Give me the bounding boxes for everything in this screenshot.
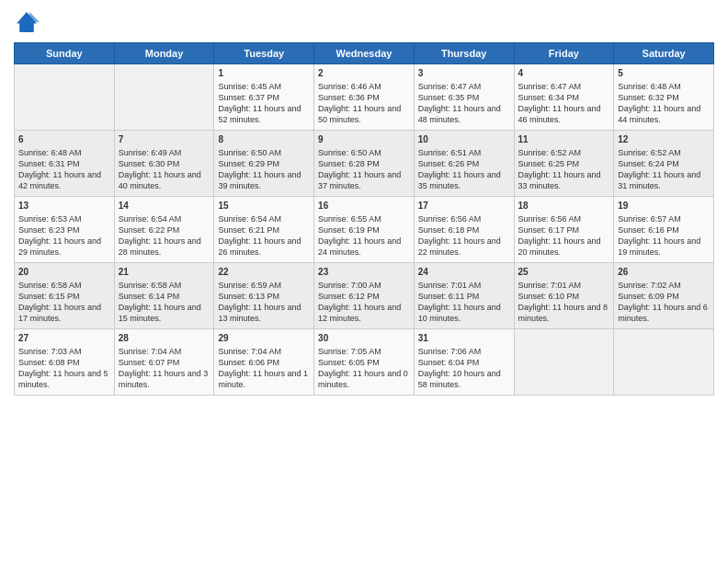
day-info: Sunset: 6:04 PM [418,357,510,368]
day-cell: 30Sunrise: 7:05 AMSunset: 6:05 PMDayligh… [314,329,415,396]
day-info: Sunset: 6:34 PM [518,92,610,103]
day-info: Sunrise: 7:01 AM [518,280,610,291]
day-cell: 22Sunrise: 6:59 AMSunset: 6:13 PMDayligh… [214,263,314,329]
day-info: Sunrise: 7:04 AM [119,346,210,357]
day-number: 9 [318,133,410,146]
day-info: Sunset: 6:14 PM [119,291,210,302]
day-info: Sunset: 6:06 PM [218,357,310,368]
day-header-wednesday: Wednesday [314,43,415,64]
day-info: Sunset: 6:13 PM [218,291,310,302]
day-info: Daylight: 11 hours and 1 minute. [218,368,310,390]
day-cell: 7Sunrise: 6:49 AMSunset: 6:30 PMDaylight… [114,131,214,197]
day-number: 21 [119,266,210,279]
day-info: Sunset: 6:19 PM [318,224,410,236]
day-number: 25 [518,266,610,279]
day-info: Sunrise: 6:51 AM [418,147,510,158]
day-info: Daylight: 11 hours and 10 minutes. [418,302,510,324]
day-info: Sunrise: 6:53 AM [18,213,110,224]
day-info: Daylight: 11 hours and 0 minutes. [318,368,410,390]
day-cell: 10Sunrise: 6:51 AMSunset: 6:26 PMDayligh… [414,131,514,197]
day-info: Sunrise: 7:03 AM [18,346,110,357]
day-cell: 1Sunrise: 6:45 AMSunset: 6:37 PMDaylight… [214,64,314,131]
day-cell: 29Sunrise: 7:04 AMSunset: 6:06 PMDayligh… [214,329,314,396]
day-info: Sunset: 6:26 PM [418,158,510,169]
week-row-3: 13Sunrise: 6:53 AMSunset: 6:23 PMDayligh… [15,197,714,263]
day-info: Sunset: 6:16 PM [618,224,710,236]
header [14,9,714,35]
day-number: 27 [18,332,110,345]
day-info: Daylight: 11 hours and 50 minutes. [318,103,410,125]
day-number: 12 [618,133,710,146]
day-info: Daylight: 11 hours and 6 minutes. [618,302,710,324]
day-number: 7 [119,133,210,146]
day-info: Daylight: 10 hours and 58 minutes. [418,368,510,390]
day-info: Sunrise: 6:55 AM [318,213,410,224]
day-cell: 9Sunrise: 6:50 AMSunset: 6:28 PMDaylight… [314,131,415,197]
day-cell: 18Sunrise: 6:56 AMSunset: 6:17 PMDayligh… [514,197,614,263]
day-number: 30 [318,332,410,345]
day-info: Daylight: 11 hours and 48 minutes. [418,103,510,125]
day-info: Daylight: 11 hours and 19 minutes. [618,236,710,258]
svg-marker-1 [29,12,40,22]
calendar-table: SundayMondayTuesdayWednesdayThursdayFrid… [14,42,714,396]
day-cell: 31Sunrise: 7:06 AMSunset: 6:04 PMDayligh… [414,329,514,396]
day-info: Daylight: 11 hours and 3 minutes. [119,368,210,390]
day-info: Sunset: 6:12 PM [318,291,410,302]
day-number: 16 [318,200,410,213]
day-cell: 17Sunrise: 6:56 AMSunset: 6:18 PMDayligh… [414,197,514,263]
day-cell: 2Sunrise: 6:46 AMSunset: 6:36 PMDaylight… [314,64,415,131]
day-info: Sunset: 6:18 PM [418,224,510,236]
day-info: Daylight: 11 hours and 22 minutes. [418,236,510,258]
day-cell: 4Sunrise: 6:47 AMSunset: 6:34 PMDaylight… [514,64,614,131]
day-number: 20 [18,266,110,279]
day-cell: 15Sunrise: 6:54 AMSunset: 6:21 PMDayligh… [214,197,314,263]
week-row-5: 27Sunrise: 7:03 AMSunset: 6:08 PMDayligh… [15,329,714,396]
day-cell: 24Sunrise: 7:01 AMSunset: 6:11 PMDayligh… [414,263,514,329]
day-info: Sunrise: 6:47 AM [518,81,610,92]
day-cell: 20Sunrise: 6:58 AMSunset: 6:15 PMDayligh… [15,263,115,329]
day-info: Sunrise: 7:01 AM [418,280,510,291]
day-info: Sunset: 6:31 PM [18,158,110,169]
day-info: Daylight: 11 hours and 28 minutes. [119,236,210,258]
day-info: Sunset: 6:08 PM [18,357,110,368]
day-number: 24 [418,266,510,279]
day-cell: 5Sunrise: 6:48 AMSunset: 6:32 PMDaylight… [614,64,714,131]
day-info: Sunset: 6:24 PM [618,158,710,169]
day-info: Sunrise: 6:52 AM [618,147,710,158]
day-number: 4 [518,67,610,80]
day-number: 19 [618,200,710,213]
day-info: Sunset: 6:28 PM [318,158,410,169]
logo [14,9,43,35]
day-header-sunday: Sunday [15,43,115,64]
day-info: Daylight: 11 hours and 8 minutes. [518,302,610,324]
day-info: Sunrise: 7:02 AM [618,280,710,291]
day-info: Sunrise: 6:52 AM [518,147,610,158]
day-number: 15 [218,200,310,213]
day-info: Sunrise: 6:49 AM [119,147,210,158]
day-info: Daylight: 11 hours and 39 minutes. [218,169,310,191]
day-info: Daylight: 11 hours and 24 minutes. [318,236,410,258]
day-info: Sunrise: 6:58 AM [18,280,110,291]
day-info: Daylight: 11 hours and 37 minutes. [318,169,410,191]
day-info: Daylight: 11 hours and 29 minutes. [18,236,110,258]
day-info: Sunset: 6:37 PM [218,92,310,103]
day-info: Sunset: 6:11 PM [418,291,510,302]
day-cell [514,329,614,396]
day-info: Sunset: 6:17 PM [518,224,610,236]
day-info: Daylight: 11 hours and 17 minutes. [18,302,110,324]
day-cell: 25Sunrise: 7:01 AMSunset: 6:10 PMDayligh… [514,263,614,329]
day-info: Sunrise: 7:00 AM [318,280,410,291]
day-info: Sunrise: 6:56 AM [418,213,510,224]
day-number: 1 [218,67,310,80]
day-info: Sunrise: 6:50 AM [318,147,410,158]
day-info: Sunrise: 6:54 AM [218,213,310,224]
day-info: Sunrise: 6:46 AM [318,81,410,92]
day-info: Sunset: 6:30 PM [119,158,210,169]
week-row-2: 6Sunrise: 6:48 AMSunset: 6:31 PMDaylight… [15,131,714,197]
day-info: Daylight: 11 hours and 52 minutes. [218,103,310,125]
day-info: Daylight: 11 hours and 13 minutes. [218,302,310,324]
day-cell: 19Sunrise: 6:57 AMSunset: 6:16 PMDayligh… [614,197,714,263]
day-number: 10 [418,133,510,146]
day-info: Daylight: 11 hours and 20 minutes. [518,236,610,258]
day-info: Sunset: 6:15 PM [18,291,110,302]
